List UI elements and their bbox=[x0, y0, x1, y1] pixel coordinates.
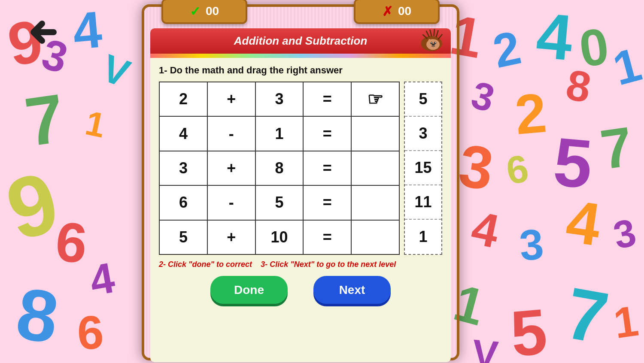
math-table: 2+3=☞4-1=3+8=6-5=5+10= bbox=[159, 82, 400, 255]
wrong-scoreboard: ✗ 00 bbox=[354, 0, 440, 24]
drop-zone-cell[interactable] bbox=[351, 185, 399, 220]
math-cell: = bbox=[303, 151, 351, 185]
correct-scoreboard: ✓ 00 bbox=[161, 0, 247, 24]
math-cell: - bbox=[207, 116, 255, 151]
wrong-score: 00 bbox=[398, 4, 411, 18]
svg-point-10 bbox=[431, 42, 432, 43]
svg-point-12 bbox=[432, 44, 435, 46]
svg-point-11 bbox=[435, 42, 436, 43]
answer-column: 5315111 bbox=[404, 82, 442, 255]
math-cell: 10 bbox=[255, 220, 304, 254]
page-title: Addition and Subtraction bbox=[159, 34, 442, 48]
answer-cell[interactable]: 15 bbox=[405, 151, 441, 185]
math-cell: 1 bbox=[255, 116, 304, 151]
math-cell: + bbox=[207, 220, 255, 254]
done-button[interactable]: Done bbox=[210, 276, 288, 304]
math-cell: 5 bbox=[255, 185, 304, 220]
svg-line-2 bbox=[434, 30, 434, 36]
math-cell: 2 bbox=[159, 82, 207, 116]
math-cell: 8 bbox=[255, 151, 304, 185]
title-banner: Addition and Subtraction bbox=[150, 28, 451, 54]
next-instruction: 3- Click "Next" to go to the next level bbox=[261, 260, 396, 269]
answer-cell[interactable]: 3 bbox=[405, 117, 441, 151]
drop-zone-cell[interactable]: ☞ bbox=[351, 82, 399, 116]
math-cell: = bbox=[303, 185, 351, 220]
math-cell: 4 bbox=[159, 116, 207, 151]
svg-point-13 bbox=[428, 39, 431, 43]
back-arrow-button[interactable] bbox=[26, 17, 60, 47]
done-instruction: 2- Click "done" to correct bbox=[159, 260, 252, 269]
buttons-row: Done Next bbox=[150, 272, 451, 312]
math-cell: 3 bbox=[159, 151, 207, 185]
hedgehog-mascot bbox=[416, 28, 447, 54]
correct-score: 00 bbox=[206, 4, 219, 18]
drop-zone-cell[interactable] bbox=[351, 220, 399, 254]
svg-line-3 bbox=[426, 31, 429, 37]
math-table-wrapper: 2+3=☞4-1=3+8=6-5=5+10= 5315111 bbox=[150, 82, 451, 255]
drop-zone-cell[interactable] bbox=[351, 151, 399, 185]
instruction-text: 1- Do the math and drag the right answer bbox=[150, 58, 451, 79]
answer-cell[interactable]: 1 bbox=[405, 220, 441, 254]
main-panel: ✓ 00 ✗ 00 Addition and Subtraction bbox=[142, 4, 459, 360]
svg-line-4 bbox=[436, 30, 438, 36]
next-button[interactable]: Next bbox=[313, 276, 391, 304]
inner-panel: Addition and Subtraction bbox=[150, 28, 451, 362]
answer-cell[interactable]: 11 bbox=[405, 185, 441, 220]
scoreboards: ✓ 00 ✗ 00 bbox=[149, 0, 453, 24]
svg-line-1 bbox=[430, 30, 432, 36]
math-cell: - bbox=[207, 185, 255, 220]
math-cell: 3 bbox=[255, 82, 304, 116]
math-cell: 6 bbox=[159, 185, 207, 220]
math-cell: 5 bbox=[159, 220, 207, 254]
color-bar bbox=[150, 54, 451, 58]
bottom-instructions: 2- Click "done" to correct 3- Click "Nex… bbox=[150, 255, 451, 272]
drop-zone-cell[interactable] bbox=[351, 116, 399, 151]
wrong-icon: ✗ bbox=[382, 4, 393, 19]
svg-line-5 bbox=[438, 35, 442, 39]
math-cell: + bbox=[207, 82, 255, 116]
correct-icon: ✓ bbox=[190, 4, 200, 19]
math-cell: = bbox=[303, 116, 351, 151]
answer-cell[interactable]: 5 bbox=[405, 82, 441, 117]
math-cell: = bbox=[303, 82, 351, 116]
math-cell: + bbox=[207, 151, 255, 185]
math-cell: = bbox=[303, 220, 351, 254]
